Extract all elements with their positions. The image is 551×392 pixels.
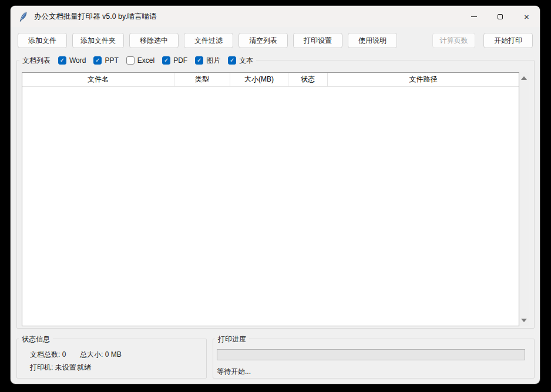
document-list-frame-title: 文档列表 Word PPT Excel PDF 图片 文本	[19, 55, 256, 66]
progress-bar	[217, 349, 525, 360]
printer-value: 打印机: 未设置	[30, 363, 77, 373]
window-title: 办公文档批量打印器 v5.0 by.喵言喵语	[34, 12, 157, 22]
filter-label: PPT	[105, 56, 118, 65]
filter-checkbox-text[interactable]: 文本	[228, 56, 253, 66]
filter-checkbox-word[interactable]: Word	[58, 56, 86, 65]
scroll-down-icon[interactable]	[521, 319, 527, 322]
print-settings-button[interactable]: 打印设置	[293, 33, 342, 48]
file-table: 文件名 类型 大小(MB) 状态 文件路径	[22, 72, 529, 326]
column-header-filename[interactable]: 文件名	[22, 73, 174, 86]
column-header-size[interactable]: 大小(MB)	[230, 73, 288, 86]
table-header-row: 文件名 类型 大小(MB) 状态 文件路径	[22, 73, 519, 87]
vertical-scrollbar[interactable]	[519, 72, 529, 326]
filter-checkbox-pdf[interactable]: PDF	[162, 56, 187, 65]
checkbox-icon	[126, 56, 135, 65]
column-header-path[interactable]: 文件路径	[328, 73, 519, 86]
desktop: { "window": { "title": "办公文档批量打印器 v5.0 b…	[0, 0, 551, 392]
filter-label: Word	[69, 56, 86, 65]
checkbox-icon	[228, 56, 236, 65]
checkbox-icon	[195, 56, 203, 65]
close-icon: ×	[524, 12, 529, 21]
status-info-frame: 状态信息 文档总数: 0 总大小: 0 MB 打印机: 未设置 就绪	[16, 339, 207, 379]
checkbox-icon	[58, 56, 66, 65]
ready-state-value: 就绪	[77, 363, 91, 373]
checkbox-icon	[93, 56, 102, 65]
clear-list-button[interactable]: 清空列表	[238, 33, 288, 48]
maximize-button[interactable]	[487, 6, 513, 27]
file-type-filters: Word PPT Excel PDF 图片 文本	[58, 56, 253, 66]
status-info-label: 状态信息	[22, 334, 50, 344]
start-print-button[interactable]: 开始打印	[483, 33, 533, 48]
document-list-label: 文档列表	[22, 56, 51, 66]
print-progress-frame-title: 打印进度	[215, 333, 249, 345]
close-button[interactable]: ×	[513, 6, 540, 27]
maximize-icon	[498, 14, 503, 19]
minimize-button[interactable]	[461, 6, 487, 27]
column-header-type[interactable]: 类型	[174, 73, 230, 86]
file-filter-button[interactable]: 文件过滤	[184, 33, 233, 48]
total-size-value: 总大小: 0 MB	[80, 350, 122, 360]
remove-selected-button[interactable]: 移除选中	[129, 33, 179, 48]
minimize-icon	[471, 16, 477, 17]
status-info-frame-title: 状态信息	[19, 333, 53, 345]
filter-checkbox-ppt[interactable]: PPT	[93, 56, 118, 65]
help-button[interactable]: 使用说明	[348, 33, 397, 48]
table-body-empty[interactable]	[22, 87, 519, 326]
filter-label: PDF	[173, 56, 187, 65]
filter-label: Excel	[137, 56, 154, 65]
print-progress-label: 打印进度	[218, 334, 246, 344]
total-docs-value: 文档总数: 0	[30, 350, 80, 360]
scroll-up-icon[interactable]	[521, 76, 527, 80]
print-progress-frame: 打印进度 等待开始...	[213, 339, 535, 379]
tk-feather-icon	[19, 12, 28, 22]
filter-checkbox-excel[interactable]: Excel	[126, 56, 154, 65]
window-controls: ×	[461, 6, 540, 27]
filter-checkbox-image[interactable]: 图片	[195, 56, 220, 66]
toolbar: 添加文件 添加文件夹 移除选中 文件过滤 清空列表 打印设置 使用说明 计算页数…	[11, 27, 540, 48]
add-folder-button[interactable]: 添加文件夹	[72, 33, 124, 48]
checkbox-icon	[162, 56, 170, 65]
progress-status-text: 等待开始...	[217, 367, 251, 377]
file-treeview: 文件名 类型 大小(MB) 状态 文件路径	[22, 72, 519, 326]
add-file-button[interactable]: 添加文件	[18, 33, 67, 48]
filter-label: 文本	[239, 56, 253, 66]
app-window: 办公文档批量打印器 v5.0 by.喵言喵语 × 添加文件 添加文件夹 移除选中…	[11, 6, 540, 384]
titlebar[interactable]: 办公文档批量打印器 v5.0 by.喵言喵语 ×	[11, 6, 540, 27]
count-pages-button[interactable]: 计算页数	[432, 33, 475, 48]
column-header-status[interactable]: 状态	[288, 73, 328, 86]
filter-label: 图片	[206, 56, 220, 66]
document-list-frame: 文档列表 Word PPT Excel PDF 图片 文本 文件名 类型 大小(…	[16, 60, 535, 329]
